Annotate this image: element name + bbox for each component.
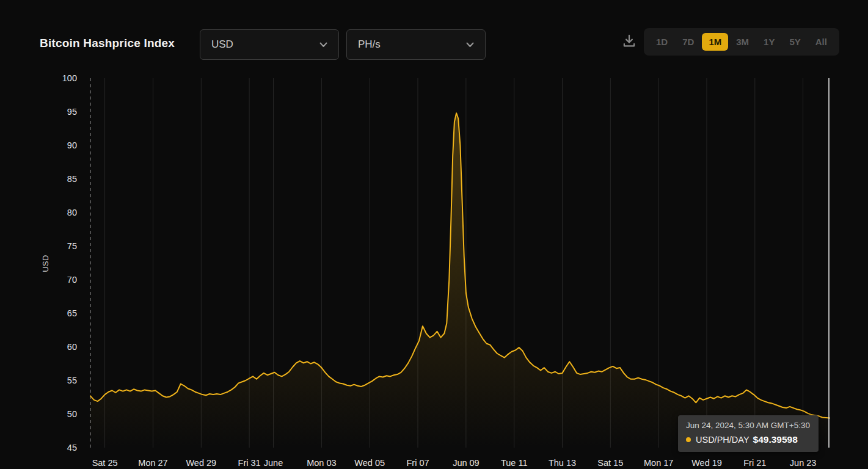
x-tick-label: Wed 29 xyxy=(186,458,216,468)
y-tick-label: 80 xyxy=(67,208,77,217)
x-tick-label: Fri 21 xyxy=(743,458,766,468)
x-tick-label: June xyxy=(264,458,283,468)
y-tick-label: 45 xyxy=(67,443,77,453)
x-tick-label: Tue 11 xyxy=(501,458,528,468)
x-tick-label: Mon 03 xyxy=(307,458,336,468)
y-tick-label: 60 xyxy=(67,342,77,352)
series-marker-dot-icon xyxy=(686,437,691,442)
y-tick-label: 90 xyxy=(67,140,77,150)
y-tick-label: 55 xyxy=(67,376,77,385)
y-tick-label: 65 xyxy=(67,308,77,318)
x-tick-label: Thu 13 xyxy=(549,458,576,468)
x-tick-label: Mon 17 xyxy=(644,458,673,468)
x-tick-label: Wed 19 xyxy=(691,458,722,468)
y-tick-label: 95 xyxy=(67,107,77,117)
x-tick-label: Fri 31 xyxy=(238,458,261,468)
y-tick-label: 85 xyxy=(67,174,77,184)
tooltip-series-row: USD/PH/DAY $49.39598 xyxy=(686,434,810,445)
x-axis-labels: Sat 25Mon 27Wed 29Fri 31JuneMon 03Wed 05… xyxy=(92,458,817,468)
y-axis-labels: 4550556065707580859095100 xyxy=(62,73,77,453)
hashprice-chart[interactable]: 4550556065707580859095100Sat 25Mon 27Wed… xyxy=(0,0,868,469)
y-tick-label: 50 xyxy=(67,409,77,419)
tooltip-series-label: USD/PH/DAY xyxy=(696,435,749,445)
x-tick-label: Jun 23 xyxy=(790,458,817,468)
y-tick-label: 70 xyxy=(67,275,77,285)
x-tick-label: Mon 27 xyxy=(138,458,167,468)
x-tick-label: Sat 25 xyxy=(92,458,118,468)
chart-tooltip: Jun 24, 2024, 5:30 AM GMT+5:30 USD/PH/DA… xyxy=(678,415,819,452)
y-tick-label: 100 xyxy=(62,73,77,83)
x-tick-label: Sat 15 xyxy=(597,458,623,468)
x-tick-label: Wed 05 xyxy=(354,458,385,468)
x-tick-label: Fri 07 xyxy=(406,458,429,468)
x-tick-label: Jun 09 xyxy=(453,458,480,468)
y-tick-label: 75 xyxy=(67,241,77,251)
tooltip-timestamp: Jun 24, 2024, 5:30 AM GMT+5:30 xyxy=(686,421,810,430)
tooltip-value: $49.39598 xyxy=(753,434,798,445)
